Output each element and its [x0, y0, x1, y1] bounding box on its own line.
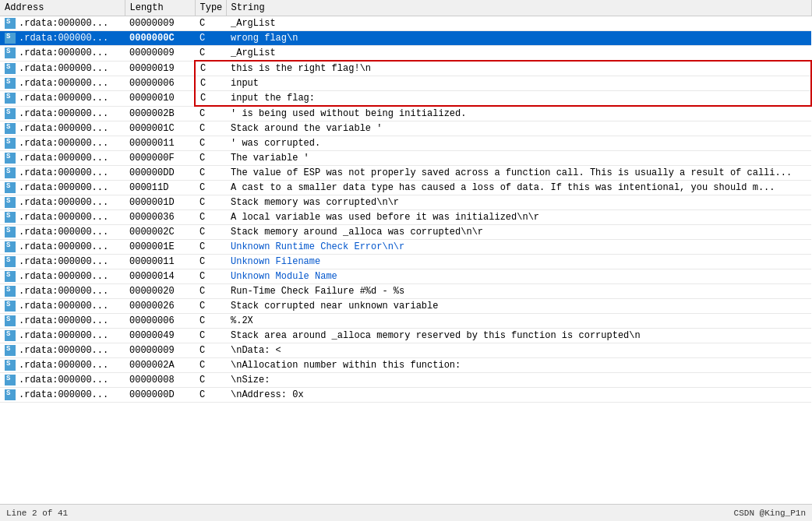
string-icon	[5, 18, 16, 29]
table-row[interactable]: .rdata:000000...00000011C' was corrupted…	[0, 136, 811, 151]
string-icon	[5, 123, 16, 134]
cell-type: C	[195, 181, 226, 195]
cell-length: 00000026	[125, 299, 195, 314]
cell-length: 0000001C	[125, 121, 195, 136]
string-icon	[5, 153, 16, 164]
cell-address: .rdata:000000...	[0, 91, 125, 107]
cell-type: C	[195, 151, 226, 166]
cell-string: Unknown Filename	[226, 255, 811, 269]
table-row[interactable]: .rdata:000000...00000011CUnknown Filenam…	[0, 255, 811, 269]
cell-type: C	[195, 329, 226, 343]
table-row[interactable]: .rdata:000000...00000006C%.2X	[0, 314, 811, 329]
table-row[interactable]: .rdata:000000...0000002CCStack memory ar…	[0, 225, 811, 240]
strings-table: Address Length Type String .rdata:000000…	[0, 0, 812, 403]
status-bar: Line 2 of 41 CSDN @King_P1n	[0, 504, 812, 521]
cell-string: \nSize:	[226, 373, 811, 388]
cell-string: Stack around the variable '	[226, 121, 811, 136]
cell-type: C	[195, 358, 226, 373]
cell-address: .rdata:000000...	[0, 225, 125, 240]
table-row[interactable]: .rdata:000000...00000009C_ArgList	[0, 16, 811, 31]
cell-address: .rdata:000000...	[0, 388, 125, 403]
cell-type: C	[195, 16, 226, 31]
cell-address: .rdata:000000...	[0, 61, 125, 76]
cell-length: 00000009	[125, 343, 195, 358]
cell-address: .rdata:000000...	[0, 343, 125, 358]
cell-string: Stack area around _alloca memory reserve…	[226, 329, 811, 343]
table-row[interactable]: .rdata:000000...0000000FCThe variable '	[0, 151, 811, 166]
cell-length: 0000001D	[125, 195, 195, 210]
cell-address: .rdata:000000...	[0, 166, 125, 181]
cell-length: 0000002B	[125, 106, 195, 121]
cell-address: .rdata:000000...	[0, 255, 125, 269]
table-row[interactable]: .rdata:000000...00000020CRun-Time Check …	[0, 284, 811, 299]
table-scroll-area[interactable]: Address Length Type String .rdata:000000…	[0, 0, 812, 504]
table-row[interactable]: .rdata:000000...0000001DCStack memory wa…	[0, 195, 811, 210]
table-row[interactable]: .rdata:000000...00000019Cthis is the rig…	[0, 61, 811, 76]
table-row[interactable]: .rdata:000000...00000010Cinput the flag:	[0, 91, 811, 107]
table-row[interactable]: .rdata:000000...00000026CStack corrupted…	[0, 299, 811, 314]
cell-length: 00000010	[125, 91, 195, 107]
table-row[interactable]: .rdata:000000...00000006Cinput	[0, 76, 811, 91]
table-row[interactable]: .rdata:000000...0000001ECUnknown Runtime…	[0, 240, 811, 255]
cell-string: A local variable was used before it was …	[226, 210, 811, 225]
cell-length: 00000036	[125, 210, 195, 225]
string-icon	[5, 256, 16, 267]
cell-address: .rdata:000000...	[0, 31, 125, 46]
col-header-string: String	[226, 0, 811, 16]
string-icon	[5, 241, 16, 252]
table-body: .rdata:000000...00000009C_ArgList.rdata:…	[0, 16, 811, 403]
table-row[interactable]: .rdata:000000...00000049CStack area arou…	[0, 329, 811, 343]
cell-length: 000011D	[125, 181, 195, 195]
table-row[interactable]: .rdata:000000...0000000DC\nAddress: 0x	[0, 388, 811, 403]
cell-address: .rdata:000000...	[0, 16, 125, 31]
table-row[interactable]: .rdata:000000...00000008C\nSize:	[0, 373, 811, 388]
table-row[interactable]: .rdata:000000...0000001CCStack around th…	[0, 121, 811, 136]
cell-type: C	[195, 76, 226, 91]
cell-address: .rdata:000000...	[0, 210, 125, 225]
cell-address: .rdata:000000...	[0, 240, 125, 255]
string-icon	[5, 63, 16, 74]
string-icon	[5, 375, 16, 385]
cell-string: _ArgList	[226, 16, 811, 31]
cell-type: C	[195, 240, 226, 255]
cell-type: C	[195, 166, 226, 181]
cell-type: C	[195, 388, 226, 403]
string-icon	[5, 286, 16, 297]
cell-string: Unknown Runtime Check Error\n\r	[226, 240, 811, 255]
cell-type: C	[195, 373, 226, 388]
string-icon	[5, 301, 16, 312]
cell-type: C	[195, 195, 226, 210]
cell-length: 0000001E	[125, 240, 195, 255]
table-row[interactable]: .rdata:000000...000011DCA cast to a smal…	[0, 181, 811, 195]
table-row[interactable]: .rdata:000000...00000009C\nData: <	[0, 343, 811, 358]
cell-length: 00000009	[125, 16, 195, 31]
cell-string: Stack memory was corrupted\n\r	[226, 195, 811, 210]
string-icon	[5, 167, 16, 178]
string-icon	[5, 389, 16, 400]
table-header: Address Length Type String	[0, 0, 811, 16]
cell-length: 0000000C	[125, 31, 195, 46]
cell-string: \nAddress: 0x	[226, 388, 811, 403]
cell-address: .rdata:000000...	[0, 329, 125, 343]
cell-length: 0000002C	[125, 225, 195, 240]
cell-length: 00000006	[125, 314, 195, 329]
table-row[interactable]: .rdata:000000...0000000CCwrong flag\n	[0, 31, 811, 46]
table-row[interactable]: .rdata:000000...0000002BC' is being used…	[0, 106, 811, 121]
table-row[interactable]: .rdata:000000...00000036CA local variabl…	[0, 210, 811, 225]
cell-address: .rdata:000000...	[0, 106, 125, 121]
string-icon	[5, 227, 16, 238]
table-row[interactable]: .rdata:000000...00000009C_ArgList	[0, 46, 811, 62]
cell-address: .rdata:000000...	[0, 358, 125, 373]
cell-type: C	[195, 269, 226, 284]
table-row[interactable]: .rdata:000000...00000014CUnknown Module …	[0, 269, 811, 284]
table-row[interactable]: .rdata:000000...0000002AC\nAllocation nu…	[0, 358, 811, 373]
cell-address: .rdata:000000...	[0, 46, 125, 62]
table-row[interactable]: .rdata:000000...000000DDCThe value of ES…	[0, 166, 811, 181]
cell-string: %.2X	[226, 314, 811, 329]
cell-type: C	[195, 343, 226, 358]
string-icon	[5, 330, 16, 341]
cell-address: .rdata:000000...	[0, 121, 125, 136]
string-icon	[5, 93, 16, 104]
cell-length: 00000009	[125, 46, 195, 62]
cell-length: 000000DD	[125, 166, 195, 181]
